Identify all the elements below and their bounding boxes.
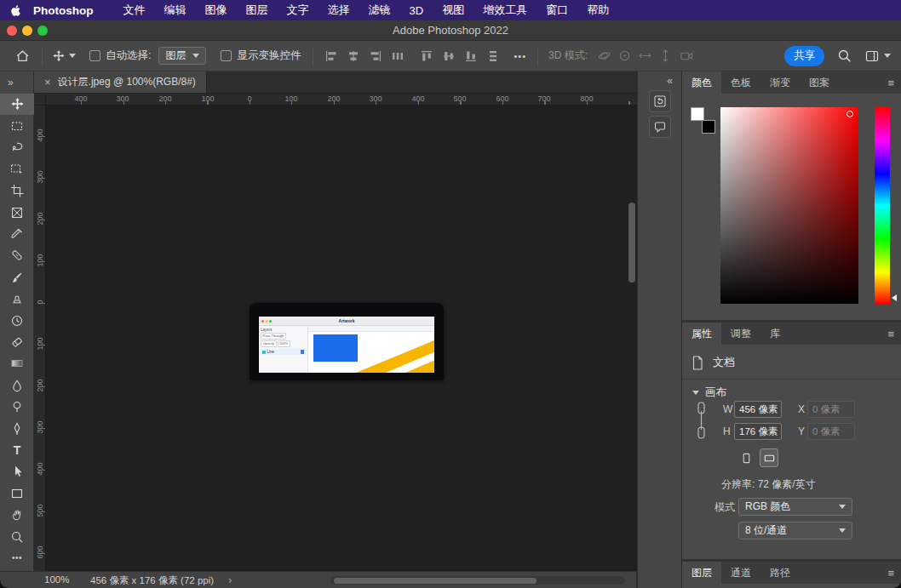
3d-slide-button[interactable]: [659, 49, 672, 62]
tab-libraries[interactable]: 库: [760, 323, 789, 345]
tool-zoom[interactable]: [0, 526, 34, 547]
background-color-swatch[interactable]: [702, 120, 715, 134]
tool-object-selection[interactable]: [0, 158, 34, 180]
vertical-ruler[interactable]: 400 300 200 100 0 100 200 300 400 500 60…: [34, 106, 46, 571]
tool-path-selection[interactable]: [0, 461, 34, 482]
height-input[interactable]: 176 像素: [734, 423, 782, 440]
document-tab[interactable]: × 设计层.jpeg @ 100%(RGB/8#): [34, 71, 207, 93]
width-input[interactable]: 456 像素: [734, 401, 782, 418]
workspace-switcher-icon[interactable]: [864, 49, 880, 63]
bit-depth-select[interactable]: 8 位/通道: [738, 522, 852, 539]
app-menu-photoshop[interactable]: Photoshop: [33, 4, 94, 17]
menu-item-edit[interactable]: 编辑: [155, 3, 196, 18]
tab-layers[interactable]: 图层: [682, 562, 721, 584]
3d-orbit-button[interactable]: [598, 49, 611, 62]
edit-toolbar-button[interactable]: •••: [0, 547, 34, 568]
menu-item-filter[interactable]: 滤镜: [359, 3, 400, 18]
3d-roll-button[interactable]: [618, 49, 631, 62]
align-bottom-edges-button[interactable]: [464, 49, 478, 63]
horizontal-scrollbar-track[interactable]: [330, 576, 625, 585]
auto-select-scope-value: 图层: [165, 49, 186, 63]
tool-eraser[interactable]: [0, 331, 34, 352]
distribute-vertical-button[interactable]: [486, 49, 500, 63]
tool-move[interactable]: [0, 94, 34, 115]
tool-spot-healing-brush[interactable]: [0, 245, 34, 266]
tool-lasso[interactable]: [0, 137, 34, 158]
history-panel-icon[interactable]: [649, 90, 671, 112]
tab-swatches[interactable]: 色板: [721, 71, 760, 94]
tool-clone-stamp[interactable]: [0, 288, 34, 310]
menu-item-help[interactable]: 帮助: [577, 3, 618, 18]
tool-type[interactable]: T: [0, 439, 34, 460]
comments-panel-icon[interactable]: [649, 116, 671, 138]
tool-dodge[interactable]: [0, 396, 34, 417]
hue-slider[interactable]: [875, 107, 890, 304]
panel-menu-icon[interactable]: ≡: [887, 77, 894, 89]
tool-blur[interactable]: [0, 374, 34, 396]
canvas[interactable]: Artwork Layers Pass Through Opacity100% …: [46, 106, 637, 571]
tab-channels[interactable]: 通道: [721, 562, 760, 584]
menu-item-image[interactable]: 图像: [196, 3, 237, 18]
horizontal-scrollbar-thumb[interactable]: [334, 578, 537, 584]
auto-select-scope-select[interactable]: 图层: [158, 47, 206, 65]
align-left-edges-button[interactable]: [324, 49, 338, 63]
distribute-horizontal-button[interactable]: [391, 49, 405, 63]
foreground-color-swatch[interactable]: [691, 107, 704, 121]
color-picker-cursor[interactable]: [846, 111, 853, 117]
panel-menu-icon[interactable]: ≡: [887, 328, 894, 340]
apple-menu-icon[interactable]: [10, 4, 21, 17]
expand-panels-button[interactable]: «: [667, 75, 673, 87]
tool-crop[interactable]: [0, 180, 34, 202]
align-horizontal-centers-button[interactable]: [347, 49, 360, 63]
share-button[interactable]: 共享: [784, 46, 824, 66]
menu-item-3d[interactable]: 3D: [400, 4, 433, 17]
3d-camera-button[interactable]: [680, 49, 693, 62]
tab-close-button[interactable]: ×: [44, 76, 51, 88]
tool-rectangle[interactable]: [0, 482, 34, 504]
hue-slider-marker[interactable]: [892, 294, 897, 301]
menu-item-window[interactable]: 窗口: [537, 3, 577, 18]
menu-item-file[interactable]: 文件: [114, 3, 155, 18]
menu-item-layer[interactable]: 图层: [237, 3, 278, 18]
tab-patterns[interactable]: 图案: [800, 71, 839, 94]
horizontal-ruler[interactable]: 400 300 200 100 0 100 200 300 400 500 60…: [46, 94, 637, 106]
status-options-chevron[interactable]: ›: [228, 574, 232, 586]
panel-menu-icon[interactable]: ≡: [887, 567, 894, 579]
home-button[interactable]: [15, 49, 30, 63]
menu-item-plugins[interactable]: 增效工具: [473, 3, 537, 18]
auto-select-checkbox[interactable]: [89, 50, 100, 61]
vertical-scrollbar-thumb[interactable]: [628, 203, 635, 283]
portrait-orientation-button[interactable]: [737, 448, 755, 467]
tool-gradient[interactable]: [0, 353, 34, 374]
align-right-edges-button[interactable]: [369, 49, 382, 63]
tool-eyedropper[interactable]: [0, 223, 34, 244]
menu-item-type[interactable]: 文字: [278, 3, 319, 18]
3d-pan-button[interactable]: [639, 49, 651, 62]
tab-properties[interactable]: 属性: [682, 323, 721, 345]
landscape-orientation-button[interactable]: [760, 448, 778, 467]
tool-frame[interactable]: [0, 202, 34, 223]
menu-item-view[interactable]: 视图: [433, 3, 473, 18]
tool-pen[interactable]: [0, 418, 34, 439]
tab-paths[interactable]: 路径: [760, 562, 800, 584]
align-vertical-centers-button[interactable]: [442, 49, 456, 63]
ruler-origin-corner[interactable]: [34, 94, 46, 106]
color-mode-select[interactable]: RGB 颜色: [738, 498, 852, 516]
zoom-level[interactable]: 100%: [44, 574, 69, 585]
tools-panel-expand-button[interactable]: »: [0, 71, 33, 94]
search-icon[interactable]: [837, 49, 852, 63]
tool-history-brush[interactable]: [0, 310, 34, 331]
tab-gradients[interactable]: 渐变: [760, 71, 800, 94]
canvas-section-header[interactable]: 画布: [692, 385, 726, 400]
show-transform-controls-checkbox[interactable]: [221, 50, 232, 61]
tool-brush[interactable]: [0, 266, 34, 288]
tab-color[interactable]: 颜色: [682, 71, 721, 94]
saturation-brightness-field[interactable]: [720, 107, 858, 304]
tool-rectangular-marquee[interactable]: [0, 115, 34, 136]
menu-item-select[interactable]: 选择: [319, 3, 359, 18]
more-options-button[interactable]: •••: [514, 51, 526, 61]
tab-adjustments[interactable]: 调整: [721, 323, 760, 345]
move-tool-options-icon[interactable]: [53, 50, 65, 62]
tool-hand[interactable]: [0, 504, 34, 525]
align-top-edges-button[interactable]: [420, 49, 433, 63]
